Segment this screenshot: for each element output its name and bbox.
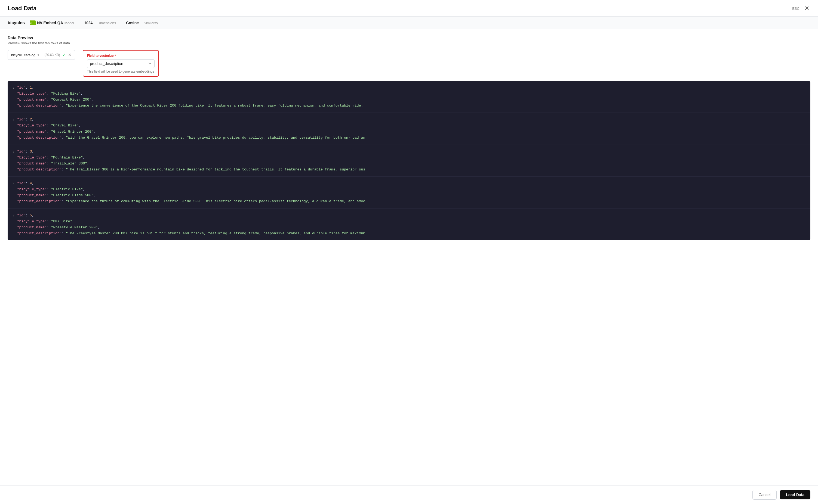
vectorize-hint: This field will be used to generate embe… bbox=[87, 70, 154, 73]
json-content-4: "id": 4, "bicycle_type": "Electric Bike"… bbox=[17, 181, 805, 204]
field-to-vectorize-select[interactable]: product_description product_name bicycle… bbox=[87, 59, 154, 68]
json-record-1: ∨ "id": 1, "bicycle_type": "Folding Bike… bbox=[8, 81, 810, 113]
chevron-4[interactable]: ∨ bbox=[13, 181, 14, 186]
chevron-2[interactable]: ∨ bbox=[13, 117, 14, 122]
modal-footer: Cancel Load Data bbox=[0, 485, 818, 504]
file-info: bicycle_catalog_1... (30.63 KB) ✓ ✕ bbox=[8, 50, 75, 60]
json-content-1: "id": 1, "bicycle_type": "Folding Bike",… bbox=[17, 85, 805, 109]
nvidia-icon: nv bbox=[30, 20, 36, 25]
load-data-modal: Load Data ESC ✕ bicycles nv NV-Embed-QA … bbox=[0, 0, 818, 504]
model-label: Model bbox=[64, 21, 74, 25]
dimensions-value: 1024 bbox=[84, 21, 92, 25]
collection-name: bicycles bbox=[8, 20, 25, 25]
json-content-3: "id": 3, "bicycle_type": "Mountain Bike"… bbox=[17, 149, 805, 173]
info-bar: bicycles nv NV-Embed-QA Model 1024 Dimen… bbox=[0, 17, 818, 29]
json-record-3: ∨ "id": 3, "bicycle_type": "Mountain Bik… bbox=[8, 145, 810, 177]
similarity-value: Cosine bbox=[126, 21, 139, 25]
json-record-2: ∨ "id": 2, "bicycle_type": "Gravel Bike"… bbox=[8, 113, 810, 145]
dimensions-label: Dimensions bbox=[97, 21, 116, 25]
modal-header: Load Data ESC ✕ bbox=[0, 0, 818, 17]
file-name: bicycle_catalog_1... bbox=[11, 53, 42, 57]
close-button[interactable]: ✕ bbox=[803, 5, 810, 12]
cancel-button[interactable]: Cancel bbox=[752, 490, 777, 500]
chevron-1[interactable]: ∨ bbox=[13, 85, 14, 91]
modal-title: Load Data bbox=[8, 5, 36, 12]
separator-2 bbox=[121, 20, 121, 25]
check-icon: ✓ bbox=[62, 52, 66, 57]
file-size: (30.63 KB) bbox=[44, 53, 60, 57]
upload-row: bicycle_catalog_1... (30.63 KB) ✓ ✕ Fiel… bbox=[8, 50, 810, 77]
json-content-2: "id": 2, "bicycle_type": "Gravel Bike", … bbox=[17, 117, 805, 141]
esc-label: ESC bbox=[792, 7, 800, 11]
main-content: Data Preview Preview shows the first ten… bbox=[0, 29, 818, 485]
remove-file-button[interactable]: ✕ bbox=[68, 52, 72, 57]
json-record-5: ∨ "id": 5, "bicycle_type": "BMX Bike", "… bbox=[8, 209, 810, 240]
json-record-4: ∨ "id": 4, "bicycle_type": "Electric Bik… bbox=[8, 177, 810, 209]
data-preview-panel: ∨ "id": 1, "bicycle_type": "Folding Bike… bbox=[8, 81, 810, 240]
json-content-5: "id": 5, "bicycle_type": "BMX Bike", "pr… bbox=[17, 213, 805, 237]
svg-text:nv: nv bbox=[30, 22, 32, 24]
header-actions: ESC ✕ bbox=[792, 5, 810, 12]
vectorize-label: Field to vectorize * bbox=[87, 54, 154, 58]
nvidia-badge: nv NV-Embed-QA Model bbox=[30, 20, 74, 25]
section-title: Data Preview bbox=[8, 35, 810, 40]
model-name: NV-Embed-QA bbox=[37, 21, 63, 25]
load-data-button[interactable]: Load Data bbox=[780, 490, 810, 499]
similarity-label: Similarity bbox=[144, 21, 158, 25]
vectorize-box: Field to vectorize * product_description… bbox=[83, 50, 159, 77]
chevron-5[interactable]: ∨ bbox=[13, 213, 14, 218]
chevron-3[interactable]: ∨ bbox=[13, 149, 14, 154]
section-subtitle: Preview shows the first ten rows of data… bbox=[8, 41, 810, 45]
